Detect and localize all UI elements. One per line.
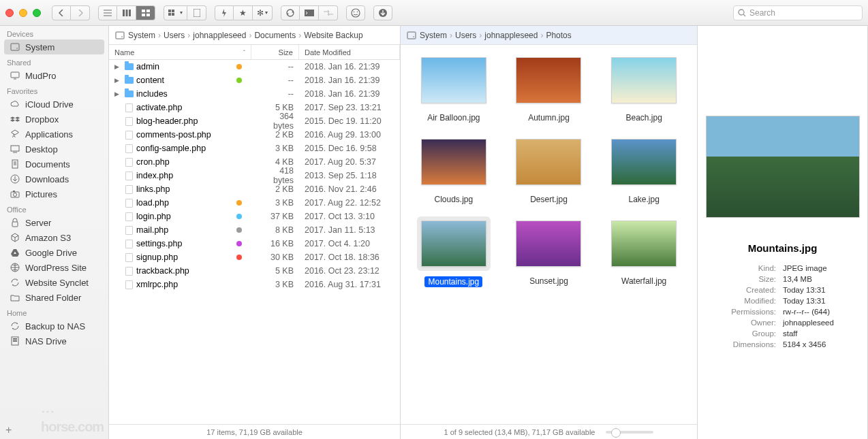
file-row[interactable]: login.php37 KB2017. Oct 13. 3:10 (109, 210, 400, 223)
sidebar-item[interactable]: Amazon S3 (0, 230, 108, 245)
sidebar-item[interactable]: MudPro (0, 68, 108, 83)
minimize-window-button[interactable] (19, 9, 27, 17)
sidebar-item[interactable]: Server (0, 215, 108, 230)
file-size: 8 KB (251, 225, 299, 235)
quick-action-button[interactable] (215, 5, 234, 20)
thumbnail-label: Clouds.jpg (434, 195, 473, 204)
sidebar-item[interactable]: Desktop (0, 142, 108, 157)
sidebar-item[interactable]: Pictures (0, 186, 108, 201)
meta-row: Modified:Today 13:31 (728, 296, 837, 306)
search-input[interactable]: Search (733, 5, 863, 20)
disclosure-icon[interactable]: ▶ (114, 63, 121, 70)
favorite-button[interactable]: ★ (234, 5, 253, 20)
file-row[interactable]: trackback.php5 KB2016. Oct 23. 23:12 (109, 264, 400, 278)
thumbnail[interactable]: Autumn.jpg (505, 53, 592, 123)
col-date[interactable]: Date Modified (299, 45, 400, 59)
sidebar-item[interactable]: Documents (0, 157, 108, 172)
watermark: ⋯horse.com (41, 403, 108, 435)
view-icons-button[interactable] (136, 5, 155, 20)
svg-point-13 (352, 9, 360, 17)
sidebar-item[interactable]: WordPress Site (0, 260, 108, 275)
terminal-button[interactable] (300, 5, 319, 20)
close-window-button[interactable] (5, 9, 14, 17)
meta-row: Owner:johnappleseed (728, 318, 837, 327)
file-row[interactable]: signup.php30 KB2017. Oct 18. 18:36 (109, 250, 400, 264)
sidebar-item[interactable]: Shared Folder (0, 290, 108, 305)
thumbnail[interactable]: Waterfall.jpg (600, 216, 687, 287)
file-row[interactable]: xmlrpc.php3 KB2016. Aug 31. 17:31 (109, 278, 400, 291)
color-tag (236, 241, 242, 246)
file-icon (124, 225, 134, 235)
file-row[interactable]: settings.php16 KB2017. Oct 4. 1:20 (109, 237, 400, 250)
file-row[interactable]: load.php3 KB2017. Aug 22. 12:52 (109, 196, 400, 210)
sidebar-item-label: Backup to NAS (25, 321, 85, 331)
file-row[interactable]: comments-post.php2 KB2016. Aug 29. 13:00 (109, 128, 400, 142)
sidebar-item[interactable]: System (4, 39, 104, 54)
color-tag (236, 227, 242, 233)
sidebar-item[interactable]: Dropbox (0, 112, 108, 127)
col-name[interactable]: Nameˆ (109, 45, 251, 59)
add-location-button[interactable]: + (5, 424, 12, 436)
path-segment[interactable]: Users (164, 31, 185, 40)
path-segment[interactable]: Website Backup (304, 31, 363, 40)
thumbnail[interactable]: Sunset.jpg (505, 216, 592, 287)
zoom-window-button[interactable] (33, 9, 41, 17)
disclosure-icon[interactable]: ▶ (114, 91, 121, 97)
thumbnail[interactable]: Lake.jpg (600, 135, 687, 204)
arrange-button[interactable]: ▾ (164, 5, 187, 20)
cube-icon (10, 232, 20, 243)
path-segment[interactable]: System (128, 31, 155, 40)
mid-path-bar[interactable]: System › Users › johnappleseed › Photos (401, 26, 697, 45)
nav-forward-button[interactable] (71, 5, 90, 20)
transfer-button[interactable] (319, 5, 338, 20)
icon-size-slider[interactable] (606, 431, 653, 434)
file-row[interactable]: mail.php8 KB2017. Jan 11. 5:13 (109, 223, 400, 237)
sidebar-item[interactable]: Google Drive (0, 245, 108, 260)
sync-button[interactable] (281, 5, 300, 20)
path-segment[interactable]: System (420, 31, 447, 40)
svg-rect-5 (142, 14, 145, 16)
file-name: content (136, 76, 164, 85)
disclosure-icon[interactable]: ▶ (114, 77, 121, 84)
sidebar-item[interactable]: Backup to NAS (0, 319, 108, 334)
file-name: activate.php (136, 103, 182, 112)
view-list-button[interactable] (98, 5, 117, 20)
action-menu-button[interactable]: ✻▾ (253, 5, 273, 20)
path-segment[interactable]: Photos (546, 31, 571, 40)
col-size[interactable]: Size (251, 45, 299, 59)
file-row[interactable]: links.php2 KB2016. Nov 21. 2:46 (109, 182, 400, 196)
sidebar-item[interactable]: Downloads (0, 172, 108, 186)
file-row[interactable]: blog-header.php364 bytes2015. Dec 19. 11… (109, 114, 400, 128)
hdd-icon (114, 30, 125, 41)
sidebar-item[interactable]: Website Synclet (0, 275, 108, 290)
path-segment[interactable]: Documents (254, 31, 296, 40)
emoji-button[interactable] (346, 5, 365, 20)
file-row[interactable]: ▶includes--2018. Jan 16. 21:39 (109, 87, 400, 101)
meta-key: Modified: (728, 296, 779, 306)
path-segment[interactable]: johnappleseed (484, 31, 538, 40)
file-icon (124, 157, 134, 167)
sidebar-item[interactable]: AApplications (0, 127, 108, 142)
file-row[interactable]: index.php418 bytes2013. Sep 25. 1:18 (109, 169, 400, 182)
download-button[interactable] (373, 5, 392, 20)
nav-back-button[interactable] (52, 5, 71, 20)
sidebar-item[interactable]: NAS Drive (0, 334, 108, 348)
file-name: cron.php (136, 157, 170, 167)
view-columns-button[interactable] (117, 5, 136, 20)
left-status-bar: 17 items, 71,19 GB available (109, 424, 400, 439)
path-segment[interactable]: Users (455, 31, 476, 40)
thumbnail[interactable]: Mountains.jpg (410, 216, 497, 287)
meta-value: Today 13:31 (780, 296, 837, 306)
new-document-button[interactable] (187, 5, 206, 20)
thumbnail[interactable]: Clouds.jpg (410, 135, 497, 204)
file-row[interactable]: ▶admin--2018. Jan 16. 21:39 (109, 60, 400, 74)
file-row[interactable]: ▶content--2018. Jan 16. 21:39 (109, 74, 400, 87)
svg-point-34 (121, 36, 123, 37)
sidebar-item[interactable]: iCloud Drive (0, 97, 108, 112)
thumbnail[interactable]: Desert.jpg (505, 135, 592, 204)
left-path-bar[interactable]: System › Users › johnappleseed › Documen… (109, 26, 400, 45)
thumbnail[interactable]: Air Balloon.jpg (410, 53, 497, 123)
thumbnail[interactable]: Beach.jpg (600, 53, 687, 123)
file-row[interactable]: config-sample.php3 KB2015. Dec 16. 9:58 (109, 142, 400, 155)
path-segment[interactable]: johnappleseed (193, 31, 246, 40)
